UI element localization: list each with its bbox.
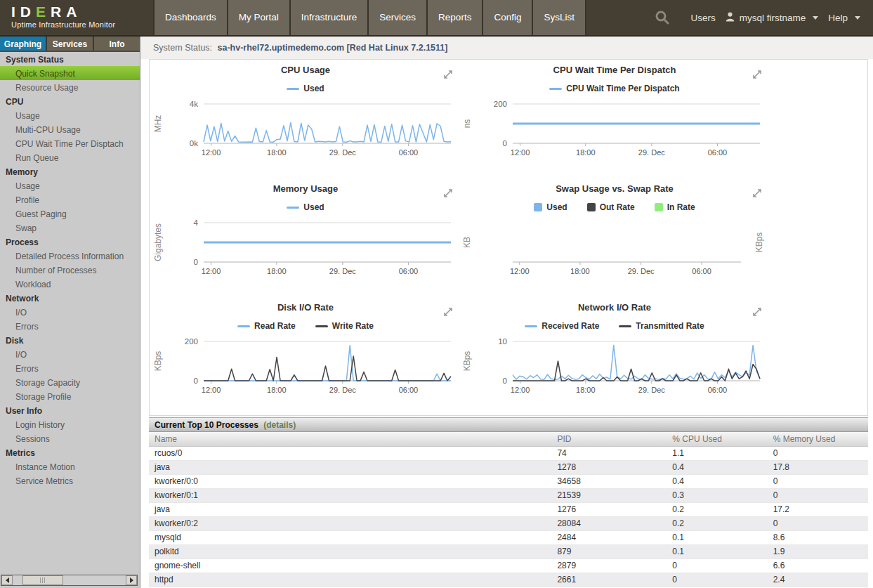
scroll-right-arrow[interactable] [126, 575, 137, 585]
sidebar-item-errors[interactable]: Errors [0, 319, 140, 333]
legend-label: Used [303, 84, 324, 93]
topbar-right: Users mysql firstname Help [654, 0, 873, 35]
legend-line-swatch [287, 88, 299, 90]
svg-text:4k: 4k [190, 100, 198, 108]
chart-plot-area: 200012:0018:0029. Dec06:00ns [460, 98, 769, 177]
table-cell: 6.6 [768, 558, 868, 573]
sidebar-section-network: Network [0, 291, 140, 305]
sidebar-item-login-history[interactable]: Login History [0, 417, 140, 431]
sidebar-item-usage[interactable]: Usage [0, 108, 140, 122]
nav-item-services[interactable]: Services [367, 0, 426, 35]
table-cell: 0 [768, 446, 868, 460]
sidebar-item-sessions[interactable]: Sessions [0, 431, 140, 445]
sidebar-section-system-status: System Status [0, 52, 140, 66]
legend-item-cpu-wait-time-per-dispatch[interactable]: CPU Wait Time Per Dispatch [549, 84, 679, 93]
details-link[interactable]: (details) [263, 420, 296, 430]
expand-icon[interactable] [752, 304, 762, 317]
table-row: mysqld24840.18.6 [149, 530, 868, 544]
sidebar-item-profile[interactable]: Profile [0, 192, 140, 207]
chart-legend: CPU Wait Time Per Dispatch [460, 81, 769, 96]
svg-text:06:00: 06:00 [399, 267, 419, 275]
tab-services[interactable]: Services [47, 37, 94, 51]
nav-item-my-portal[interactable]: My Portal [227, 0, 289, 35]
charts-panel: CPU UsageUsed4k0k12:0018:0029. Dec06:00M… [149, 59, 868, 416]
legend-item-read-rate[interactable]: Read Rate [237, 321, 296, 331]
sidebar-section-memory: Memory [0, 164, 140, 178]
triangle-right-icon [130, 577, 133, 583]
sidebar-item-cpu-wait-time-per-disptach[interactable]: CPU Wait Time Per Disptach [0, 136, 140, 150]
nav-item-reports[interactable]: Reports [426, 0, 482, 35]
table-cell: 21539 [551, 488, 667, 502]
column-header-memory-used[interactable]: % Memory Used [768, 432, 868, 446]
tab-info[interactable]: Info [94, 37, 140, 51]
table-cell: gnome-shell [149, 558, 551, 573]
legend-item-received-rate[interactable]: Received Rate [525, 321, 599, 331]
legend-item-transmitted-rate[interactable]: Transmitted Rate [619, 321, 704, 331]
column-header-name[interactable]: Name [149, 432, 551, 446]
sidebar-item-number-of-processes[interactable]: Number of Processes [0, 263, 140, 277]
scroll-thumb[interactable] [22, 575, 63, 585]
expand-icon[interactable] [752, 67, 762, 79]
logo-subtitle: Uptime Infrastructure Monitor [11, 20, 153, 29]
sidebar-item-run-queue[interactable]: Run Queue [0, 150, 140, 164]
sidebar-item-resource-usage[interactable]: Resource Usage [0, 80, 140, 94]
svg-text:29. Dec: 29. Dec [329, 267, 356, 275]
nav-item-dashboards[interactable]: Dashboards [153, 0, 227, 35]
sidebar-item-i-o[interactable]: I/O [0, 305, 140, 319]
svg-text:06:00: 06:00 [399, 386, 419, 394]
sidebar-item-storage-profile[interactable]: Storage Profile [0, 389, 140, 403]
scroll-track[interactable] [13, 575, 126, 585]
legend-item-used[interactable]: Used [534, 202, 567, 212]
sidebar-item-service-metrics[interactable]: Service Metrics [0, 473, 140, 488]
legend-line-swatch [619, 325, 631, 327]
sidebar-item-instance-motion[interactable]: Instance Motion [0, 459, 140, 473]
chart-plot-area: 12:0018:0029. Dec06:00KBKBps [460, 217, 769, 296]
legend-item-used[interactable]: Used [287, 202, 324, 212]
table-cell: 28084 [551, 516, 667, 530]
tab-graphing[interactable]: Graphing [0, 37, 47, 51]
expand-icon[interactable] [443, 304, 453, 317]
nav-item-syslist[interactable]: SysList [532, 0, 586, 35]
users-menu[interactable]: Users [690, 13, 715, 23]
table-row: java12780.417.8 [149, 460, 868, 474]
sidebar-item-usage[interactable]: Usage [0, 178, 140, 192]
svg-text:MHz: MHz [153, 115, 163, 133]
help-menu[interactable]: Help [828, 13, 860, 23]
expand-icon[interactable] [443, 185, 453, 198]
nav-item-infrastructure[interactable]: Infrastructure [289, 0, 368, 35]
table-cell: 2879 [551, 558, 667, 573]
legend-item-write-rate[interactable]: Write Rate [315, 321, 374, 331]
sidebar-item-errors[interactable]: Errors [0, 361, 140, 375]
triangle-left-icon [6, 577, 9, 583]
legend-label: In Rate [667, 202, 695, 212]
legend-item-out-rate[interactable]: Out Rate [587, 202, 635, 212]
sidebar-item-workload[interactable]: Workload [0, 277, 140, 291]
sidebar-item-swap[interactable]: Swap [0, 221, 140, 235]
legend-item-used[interactable]: Used [287, 84, 324, 93]
column-header-cpu-used[interactable]: % CPU Used [667, 432, 767, 446]
sidebar-item-storage-capacity[interactable]: Storage Capacity [0, 375, 140, 389]
chart-legend: Read RateWrite Rate [151, 319, 460, 333]
svg-text:29. Dec: 29. Dec [628, 267, 655, 275]
top-processes-title: Current Top 10 Processes [155, 420, 258, 430]
legend-item-in-rate[interactable]: In Rate [655, 202, 695, 212]
table-cell: 0.1 [667, 530, 767, 544]
logo-letter: I [11, 4, 20, 20]
sidebar-horizontal-scrollbar[interactable] [1, 575, 138, 586]
logo-letter: E [36, 4, 51, 20]
sidebar-item-multi-cpu-usage[interactable]: Multi-CPU Usage [0, 122, 140, 136]
column-header-pid[interactable]: PID [551, 432, 667, 446]
scroll-left-arrow[interactable] [1, 575, 13, 585]
search-icon[interactable] [654, 9, 671, 26]
sidebar-item-detailed-process-information[interactable]: Detailed Process Information [0, 249, 140, 263]
expand-icon[interactable] [752, 185, 762, 198]
sidebar-item-quick-snapshot[interactable]: Quick Snapshot [0, 66, 140, 80]
nav-item-config[interactable]: Config [482, 0, 532, 35]
chart-title: Swap Usage vs. Swap Rate [460, 183, 769, 196]
expand-icon[interactable] [443, 67, 453, 79]
svg-text:29. Dec: 29. Dec [329, 386, 356, 394]
user-account-menu[interactable]: mysql firstname [726, 12, 819, 24]
sidebar-item-guest-paging[interactable]: Guest Paging [0, 207, 140, 221]
sidebar-item-i-o[interactable]: I/O [0, 347, 140, 361]
app-logo[interactable]: IDERA Uptime Infrastructure Monitor [0, 0, 153, 35]
